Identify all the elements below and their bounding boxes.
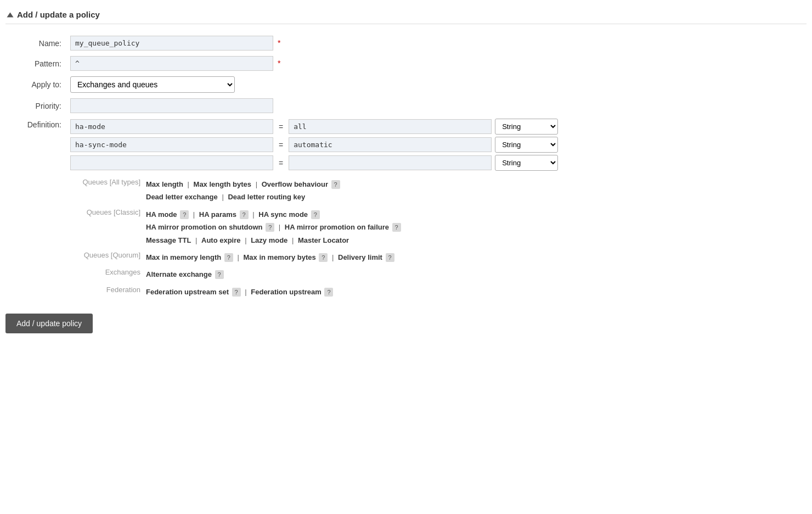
- hint-quorum-row: Queues [Quorum] Max in memory length ? |…: [71, 249, 801, 265]
- hint-sep-3: |: [222, 193, 223, 201]
- def-row-2: = String Number Boolean List: [70, 137, 802, 153]
- def-eq-2: =: [277, 141, 285, 149]
- name-required: *: [278, 38, 280, 47]
- definition-label: Definition:: [5, 116, 66, 304]
- form-table: Name: * Pattern: * Apply to: Exc: [5, 33, 807, 304]
- apply-row: Apply to: Exchanges and queues Exchanges…: [5, 74, 807, 96]
- hint-sep-1: |: [188, 180, 189, 188]
- definition-cell: = String Number Boolean List: [66, 116, 807, 304]
- name-input[interactable]: [70, 36, 273, 51]
- overflow-help-icon[interactable]: ?: [331, 180, 340, 189]
- priority-input-cell: [66, 96, 807, 116]
- hint-classic-label: Queues [Classic]: [71, 206, 143, 248]
- add-update-policy-button[interactable]: Add / update policy: [5, 314, 93, 333]
- hint-link-overflow[interactable]: Overflow behaviour: [262, 180, 328, 188]
- federation-upstream-help-icon[interactable]: ?: [324, 288, 333, 297]
- pattern-input[interactable]: [70, 56, 273, 71]
- definition-row: Definition: = String Number Boolean: [5, 116, 807, 304]
- hint-link-federation-upstream-set[interactable]: Federation upstream set: [146, 288, 229, 296]
- hint-link-alternate-exchange[interactable]: Alternate exchange: [146, 270, 212, 278]
- apply-select-cell: Exchanges and queues Exchanges Queues: [66, 74, 807, 96]
- section-title: Add / update a policy: [17, 10, 100, 19]
- hint-exchanges-row: Exchanges Alternate exchange ?: [71, 266, 801, 282]
- hint-link-max-in-memory-bytes[interactable]: Max in memory bytes: [244, 253, 316, 261]
- priority-row: Priority:: [5, 96, 807, 116]
- hint-classic-row: Queues [Classic] HA mode ? | HA params ?…: [71, 206, 801, 248]
- hint-sep-4: |: [193, 210, 195, 219]
- def-key-2[interactable]: [70, 137, 273, 152]
- hint-classic-links: HA mode ? | HA params ? | HA sync mode ?: [144, 206, 801, 248]
- ha-promo-shutdown-help-icon[interactable]: ?: [266, 223, 274, 232]
- pattern-required: *: [278, 59, 280, 68]
- hint-link-ha-params[interactable]: HA params: [199, 210, 236, 219]
- hint-sep-9: |: [292, 236, 294, 244]
- hint-exchanges-label: Exchanges: [71, 266, 143, 282]
- hint-link-ha-sync-mode[interactable]: HA sync mode: [258, 210, 308, 219]
- hints-table: Queues [All types] Max length | Max leng…: [70, 175, 802, 301]
- hint-quorum-label: Queues [Quorum]: [71, 249, 143, 265]
- hint-link-dead-letter-routing[interactable]: Dead letter routing key: [228, 193, 305, 201]
- ha-params-help-icon[interactable]: ?: [240, 210, 249, 219]
- federation-upstream-set-help-icon[interactable]: ?: [232, 288, 241, 297]
- hint-federation-links: Federation upstream set ? | Federation u…: [144, 284, 801, 300]
- ha-mode-help-icon[interactable]: ?: [180, 210, 189, 219]
- def-row-3: = String Number Boolean List: [70, 155, 802, 171]
- max-in-memory-length-help-icon[interactable]: ?: [224, 253, 233, 262]
- name-label: Name:: [5, 33, 66, 53]
- delivery-limit-help-icon[interactable]: ?: [386, 253, 394, 262]
- ha-promo-failure-help-icon[interactable]: ?: [392, 223, 401, 232]
- hint-link-ha-promo-failure[interactable]: HA mirror promotion on failure: [285, 223, 389, 231]
- hint-all-row: Queues [All types] Max length | Max leng…: [71, 176, 801, 205]
- max-in-memory-bytes-help-icon[interactable]: ?: [319, 253, 328, 262]
- hint-link-lazy-mode[interactable]: Lazy mode: [251, 236, 287, 244]
- ha-sync-help-icon[interactable]: ?: [311, 210, 320, 219]
- hint-sep-7: |: [195, 236, 197, 244]
- hint-federation-row: Federation Federation upstream set ? | F…: [71, 284, 801, 300]
- hint-link-dead-letter-exchange[interactable]: Dead letter exchange: [146, 193, 218, 201]
- def-type-3[interactable]: String Number Boolean List: [495, 155, 558, 171]
- name-row: Name: *: [5, 33, 807, 53]
- hint-all-links: Max length | Max length bytes | Overflow…: [144, 176, 801, 205]
- hint-link-master-locator[interactable]: Master Locator: [298, 236, 349, 244]
- hint-link-auto-expire[interactable]: Auto expire: [201, 236, 241, 244]
- hint-sep-5: |: [252, 210, 254, 219]
- def-row-1: = String Number Boolean List: [70, 119, 802, 135]
- hint-link-ha-promo-shutdown[interactable]: HA mirror promotion on shutdown: [146, 223, 263, 231]
- priority-label: Priority:: [5, 96, 66, 116]
- pattern-row: Pattern: *: [5, 53, 807, 74]
- hint-federation-label: Federation: [71, 284, 143, 300]
- def-eq-3: =: [277, 159, 285, 167]
- hint-exchanges-links: Alternate exchange ?: [144, 266, 801, 282]
- definition-area: = String Number Boolean List: [70, 119, 802, 301]
- def-type-1[interactable]: String Number Boolean List: [495, 119, 558, 135]
- pattern-input-cell: *: [66, 53, 807, 74]
- hint-all-label: Queues [All types]: [71, 176, 143, 205]
- hint-sep-8: |: [245, 236, 246, 244]
- def-val-3[interactable]: [289, 155, 492, 170]
- priority-input[interactable]: [70, 98, 273, 113]
- pattern-label: Pattern:: [5, 53, 66, 74]
- hint-link-message-ttl[interactable]: Message TTL: [146, 236, 191, 244]
- hint-sep-11: |: [332, 253, 334, 261]
- hint-link-max-in-memory-length[interactable]: Max in memory length: [146, 253, 221, 261]
- hint-link-federation-upstream[interactable]: Federation upstream: [251, 288, 322, 296]
- def-key-3[interactable]: [70, 155, 273, 170]
- hint-quorum-links: Max in memory length ? | Max in memory b…: [144, 249, 801, 265]
- collapse-icon[interactable]: [7, 12, 14, 17]
- hint-sep-6: |: [279, 223, 280, 231]
- def-eq-1: =: [277, 122, 285, 131]
- def-val-1[interactable]: [289, 119, 492, 134]
- hint-sep-10: |: [238, 253, 239, 261]
- hint-link-max-length[interactable]: Max length: [146, 180, 183, 188]
- apply-select[interactable]: Exchanges and queues Exchanges Queues: [70, 76, 235, 93]
- def-key-1[interactable]: [70, 119, 273, 134]
- name-input-cell: *: [66, 33, 807, 53]
- hint-link-max-length-bytes[interactable]: Max length bytes: [194, 180, 251, 188]
- def-val-2[interactable]: [289, 137, 492, 152]
- def-type-2[interactable]: String Number Boolean List: [495, 137, 558, 153]
- hint-link-delivery-limit[interactable]: Delivery limit: [338, 253, 382, 261]
- hint-sep-12: |: [245, 288, 246, 296]
- hint-link-ha-mode[interactable]: HA mode: [146, 210, 177, 219]
- alternate-exchange-help-icon[interactable]: ?: [215, 270, 224, 279]
- apply-label: Apply to:: [5, 74, 66, 96]
